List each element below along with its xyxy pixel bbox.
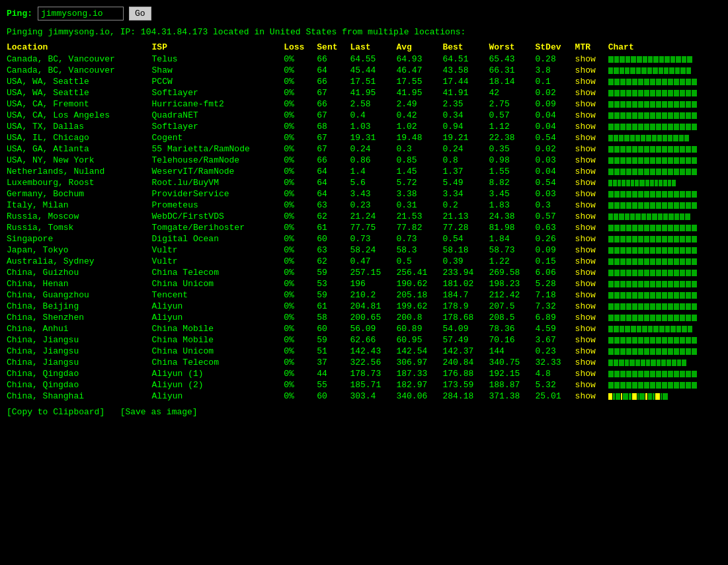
cell-mtr[interactable]: show [575,256,608,267]
cell-stdev: 0.04 [536,166,575,177]
mtr-show-link[interactable]: show [575,324,596,334]
mtr-show-link[interactable]: show [575,133,596,143]
cell-mtr[interactable]: show [575,357,608,368]
cell-avg: 17.55 [396,76,442,87]
chart-bar [652,213,657,220]
chart-bar [638,270,643,276]
chart-bar [662,202,667,209]
chart-bar [645,393,647,400]
chart-bar [686,112,691,119]
mtr-show-link[interactable]: show [575,313,596,322]
cell-loss: 0% [284,312,317,323]
cell-mtr[interactable]: show [575,278,608,289]
col-worst: Worst [489,42,535,54]
cell-location: China, Qingdao [7,368,152,379]
cell-mtr[interactable]: show [575,54,608,65]
chart-bar [659,180,663,186]
mtr-show-link[interactable]: show [575,144,596,154]
cell-mtr[interactable]: show [575,233,608,245]
mtr-show-link[interactable]: show [575,110,596,120]
mtr-show-link[interactable]: show [575,279,596,289]
cell-mtr[interactable]: show [575,267,608,278]
mtr-show-link[interactable]: show [575,358,596,367]
cell-mtr[interactable]: show [575,312,608,323]
mtr-show-link[interactable]: show [575,335,596,345]
cell-last: 0.4 [350,110,396,121]
chart-bar [662,247,667,254]
cell-mtr[interactable]: show [575,177,608,188]
mtr-show-link[interactable]: show [575,346,596,356]
chart-bar [632,124,637,130]
cell-mtr[interactable]: show [575,155,608,166]
cell-mtr[interactable]: show [575,334,608,346]
mtr-show-link[interactable]: show [575,77,596,87]
save-image-link[interactable]: [Save as image] [120,407,198,417]
cell-mtr[interactable]: show [575,87,608,98]
chart-bar [692,79,697,85]
cell-mtr[interactable]: show [575,379,608,391]
mtr-show-link[interactable]: show [575,391,596,401]
mtr-show-link[interactable]: show [575,54,596,64]
chart-bar [632,247,637,254]
cell-mtr[interactable]: show [575,65,608,76]
chart-bar [631,180,634,186]
chart-bar-container [608,111,721,120]
cell-mtr[interactable]: show [575,143,608,155]
cell-mtr[interactable]: show [575,200,608,211]
cell-mtr[interactable]: show [575,211,608,222]
mtr-show-link[interactable]: show [575,167,596,176]
mtr-show-link[interactable]: show [575,245,596,255]
cell-mtr[interactable]: show [575,222,608,233]
chart-bar [650,247,655,254]
cell-mtr[interactable]: show [575,323,608,334]
mtr-show-link[interactable]: show [575,65,596,75]
cell-mtr[interactable]: show [575,121,608,132]
chart-bar [674,281,679,287]
mtr-show-link[interactable]: show [575,380,596,390]
mtr-show-link[interactable]: show [575,234,596,244]
chart-bar [686,270,691,276]
cell-mtr[interactable]: show [575,110,608,121]
chart-bar [662,270,667,276]
mtr-show-link[interactable]: show [575,256,596,266]
mtr-show-link[interactable]: show [575,211,596,221]
mtr-show-link[interactable]: show [575,369,596,379]
copy-clipboard-link[interactable]: [Copy to Clipboard] [7,407,104,417]
table-row: China, GuangzhouTencent0%59210.2205.1818… [7,289,721,301]
mtr-show-link[interactable]: show [575,178,596,188]
chart-bar [608,124,614,130]
cell-mtr[interactable]: show [575,346,608,357]
cell-best: 3.34 [442,188,489,200]
cell-mtr[interactable]: show [575,188,608,200]
cell-mtr[interactable]: show [575,391,608,402]
mtr-show-link[interactable]: show [575,290,596,300]
chart-bar [626,191,631,198]
cell-mtr[interactable]: show [575,289,608,301]
cell-mtr[interactable]: show [575,301,608,312]
cell-mtr[interactable]: show [575,368,608,379]
cell-mtr[interactable]: show [575,166,608,177]
mtr-show-link[interactable]: show [575,99,596,109]
cell-last: 45.44 [350,65,396,76]
chart-bar [642,326,647,332]
cell-mtr[interactable]: show [575,245,608,256]
chart-bar [608,67,613,74]
mtr-show-link[interactable]: show [575,88,596,98]
cell-mtr[interactable]: show [575,132,608,143]
mtr-show-link[interactable]: show [575,155,596,165]
cell-mtr[interactable]: show [575,98,608,110]
mtr-show-link[interactable]: show [575,268,596,278]
mtr-show-link[interactable]: show [575,122,596,132]
mtr-show-link[interactable]: show [575,301,596,311]
ping-input[interactable] [38,7,124,20]
chart-bar [673,135,678,141]
mtr-show-link[interactable]: show [575,189,596,199]
cell-stdev: 0.02 [536,143,575,155]
cell-mtr[interactable]: show [575,76,608,87]
mtr-show-link[interactable]: show [575,200,596,210]
chart-bar [644,225,649,231]
chart-bar-container [608,167,721,176]
chart-bar [632,337,637,344]
mtr-show-link[interactable]: show [575,223,596,233]
go-button[interactable]: Go [129,7,151,20]
